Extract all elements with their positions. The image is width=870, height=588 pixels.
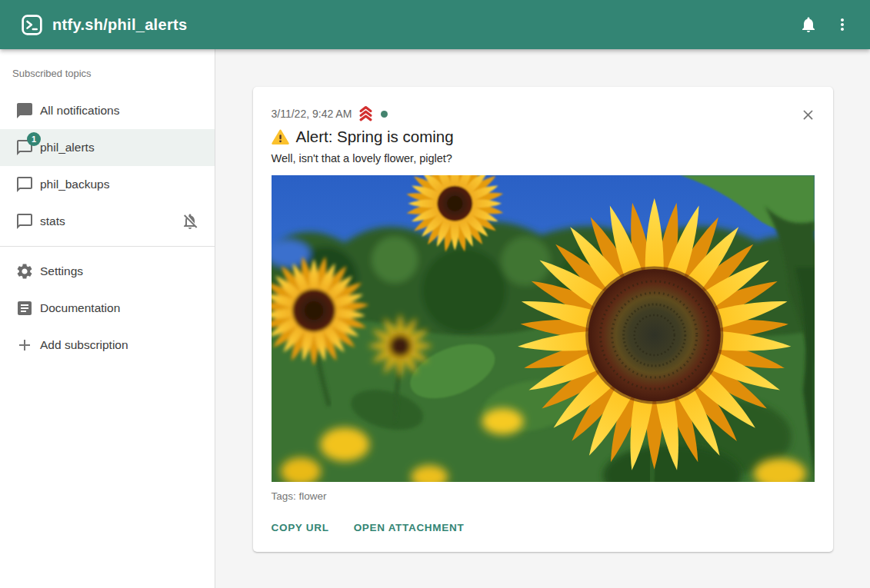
warning-emoji <box>272 128 289 146</box>
sidebar-item-phil-alerts[interactable]: 1 phil_alerts <box>0 129 215 166</box>
notification-title: Alert: Spring is coming <box>296 128 454 146</box>
sidebar-item-label: Settings <box>40 264 199 278</box>
bell-off-icon <box>181 212 199 231</box>
sunflower-photo <box>272 175 815 482</box>
priority-max-chevrons-icon <box>356 105 375 122</box>
sidebar-item-label: Add subscription <box>40 338 199 352</box>
close-icon <box>800 107 816 123</box>
sidebar-item-label: All notifications <box>40 104 199 118</box>
sidebar-item-label: phil_backups <box>40 178 199 191</box>
unread-count-badge: 1 <box>27 132 41 146</box>
topic-list: All notifications 1 phil_alerts phil_bac… <box>0 92 215 240</box>
notification-tags: Tags: flower <box>272 490 815 502</box>
plus-icon <box>15 336 34 354</box>
notification-body: Well, isn't that a lovely flower, piglet… <box>272 152 815 164</box>
attachment-image[interactable] <box>272 175 815 482</box>
sidebar-item-all-notifications[interactable]: All notifications <box>0 92 215 129</box>
sidebar-item-add-subscription[interactable]: Add subscription <box>0 327 215 364</box>
sidebar-item-documentation[interactable]: Documentation <box>0 290 215 327</box>
sidebar-divider <box>0 246 215 247</box>
sidebar-item-label: phil_alerts <box>40 141 199 154</box>
close-notification-button[interactable] <box>798 104 819 125</box>
bell-icon <box>799 15 818 34</box>
sidebar-item-label: Documentation <box>40 301 199 315</box>
overflow-menu-button[interactable] <box>825 8 859 42</box>
app-bar: ntfy.sh/phil_alerts <box>0 0 870 49</box>
notification-title-row: Alert: Spring is coming <box>272 128 815 146</box>
chat-bubble-filled-icon <box>15 101 34 120</box>
sidebar: Subscribed topics All notifications 1 ph… <box>0 49 215 588</box>
main-content: 3/11/22, 9:42 AM <box>215 49 870 588</box>
unread-dot <box>381 111 388 118</box>
notification-actions: COPY URL OPEN ATTACHMENT <box>272 522 815 533</box>
sidebar-item-stats[interactable]: stats <box>0 203 215 240</box>
sidebar-item-label: stats <box>40 214 181 228</box>
notification-timestamp: 3/11/22, 9:42 AM <box>272 108 352 120</box>
terminal-logo-icon <box>22 15 42 35</box>
copy-url-button[interactable]: COPY URL <box>272 522 329 533</box>
sidebar-item-settings[interactable]: Settings <box>0 253 215 290</box>
sidebar-item-phil-backups[interactable]: phil_backups <box>0 166 215 203</box>
chat-bubble-outline-icon <box>15 175 34 194</box>
chat-bubble-outline-icon <box>15 212 34 231</box>
subscribed-topics-label: Subscribed topics <box>0 49 215 79</box>
notification-meta: 3/11/22, 9:42 AM <box>272 105 815 122</box>
notification-card: 3/11/22, 9:42 AM <box>253 87 833 552</box>
open-attachment-button[interactable]: OPEN ATTACHMENT <box>354 522 465 533</box>
article-icon <box>15 299 34 317</box>
chat-bubble-outline-icon: 1 <box>15 138 34 157</box>
notifications-button[interactable] <box>792 8 825 42</box>
more-vert-icon <box>833 15 852 34</box>
sidebar-links: Settings Documentation Add subscription <box>0 253 215 364</box>
page-title: ntfy.sh/phil_alerts <box>52 16 187 34</box>
gear-icon <box>15 262 34 281</box>
